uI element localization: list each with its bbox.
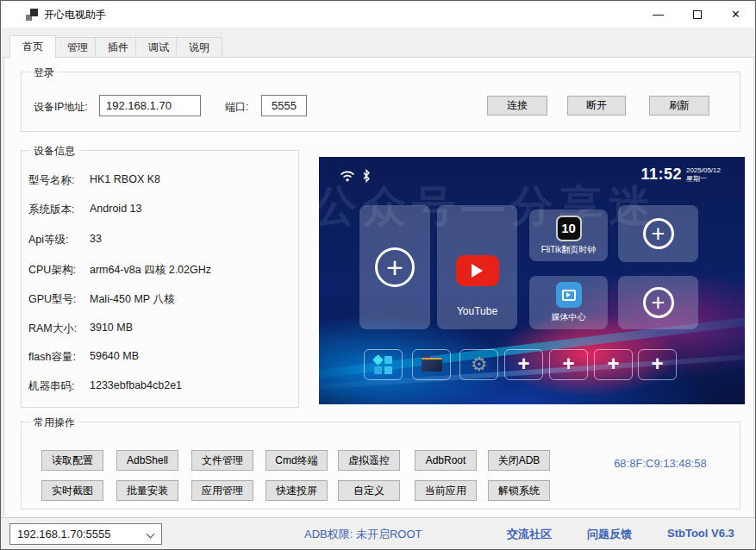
dock-apps-button[interactable] — [364, 349, 403, 380]
live-screenshot-button[interactable]: 实时截图 — [41, 480, 103, 501]
device-info-group-title: 设备信息 — [30, 144, 78, 159]
mac-address: 68:8F:C9:13:48:58 — [596, 457, 725, 470]
tv-screenshot-preview[interactable]: 公众号—分享迷 11:52 2025/05/12 星期一 YouTube — [319, 157, 745, 404]
row-value: 3910 MB — [90, 322, 133, 334]
row-label: 型号名称: — [28, 174, 74, 186]
tv-tile-add-2[interactable] — [618, 205, 698, 262]
tab-plugins[interactable]: 插件 — [95, 37, 141, 57]
row-value: 33 — [90, 233, 102, 245]
maximize-icon — [693, 10, 702, 19]
batch-install-button[interactable]: 批量安装 — [116, 480, 178, 501]
tv-tile-add-1[interactable] — [359, 205, 430, 329]
adb-root-button[interactable]: AdbRoot — [415, 450, 477, 471]
app-logo-icon — [26, 9, 38, 21]
row-label: CPU架构: — [28, 264, 76, 276]
row-value: Android 13 — [90, 203, 141, 215]
current-app-button[interactable]: 当前应用 — [415, 480, 477, 501]
feedback-link[interactable]: 问题反馈 — [587, 527, 632, 542]
dock-settings-button[interactable]: ⚙ — [459, 349, 498, 380]
minimize-icon: — — [653, 8, 664, 21]
close-adb-button[interactable]: 关闭ADB — [488, 450, 550, 471]
tv-tile-flitik-clock[interactable]: 10 FliTik翻页时钟 — [529, 209, 608, 261]
community-link[interactable]: 交流社区 — [507, 527, 552, 542]
minimize-button[interactable]: — — [639, 1, 678, 28]
quick-cast-button[interactable]: 快速投屏 — [266, 480, 328, 501]
custom-button[interactable]: 自定义 — [338, 480, 400, 501]
tab-manage[interactable]: 管理 — [54, 37, 101, 57]
tv-dock-row: ⚙ + + + + — [319, 349, 745, 380]
login-group: 登录 设备IP地址: 192.168.1.70 端口: 5555 连接 断开 刷… — [21, 72, 740, 132]
device-row-os: 系统版本:Android 13 — [28, 203, 287, 218]
plus-icon: + — [607, 353, 619, 374]
close-button[interactable]: ✕ — [716, 1, 755, 28]
adb-shell-button[interactable]: AdbShell — [116, 450, 178, 471]
add-circle-icon — [375, 247, 415, 287]
adb-permission-status: ADB权限: 未开启ROOT — [304, 527, 422, 542]
version-label: StbTool V6.3 — [667, 527, 734, 540]
dock-add-slot-1[interactable]: + — [504, 349, 543, 380]
dock-add-slot-2[interactable]: + — [549, 349, 588, 380]
app-manager-button[interactable]: 应用管理 — [191, 480, 253, 501]
device-row-cpu: CPU架构:arm64-v8a 四核 2.02GHz — [28, 263, 287, 278]
cmd-terminal-button[interactable]: Cmd终端 — [266, 450, 328, 471]
refresh-button[interactable]: 刷新 — [649, 96, 709, 116]
ip-label: 设备IP地址: — [34, 100, 88, 115]
row-value: arm64-v8a 四核 2.02GHz — [90, 263, 211, 278]
device-row-gpu: GPU型号:Mali-450 MP 八核 — [28, 292, 287, 308]
apps-grid-icon — [374, 356, 392, 374]
port-label: 端口: — [225, 100, 248, 115]
maximize-button[interactable] — [678, 1, 716, 28]
dock-files-button[interactable] — [412, 349, 451, 380]
app-window: 开心电视助手 — ✕ 首页 管理 插件 调试 说明 登录 设备IP地址: 192… — [0, 0, 756, 550]
tab-strip: 首页 管理 插件 调试 说明 — [1, 28, 755, 58]
unlock-system-button[interactable]: 解锁系统 — [488, 480, 550, 501]
add-circle-icon — [643, 218, 674, 249]
device-row-ram: RAM大小:3910 MB — [28, 322, 287, 337]
row-label: RAM大小: — [28, 322, 77, 334]
device-select-combo[interactable]: 192.168.1.70:5555 — [9, 523, 162, 545]
wifi-icon — [340, 170, 355, 182]
operations-group: 常用操作 读取配置 AdbShell 文件管理 Cmd终端 虚拟遥控 AdbRo… — [21, 422, 740, 509]
status-bar: 192.168.1.70:5555 ADB权限: 未开启ROOT 交流社区 问题… — [1, 517, 755, 549]
device-row-flash: flash容量:59640 MB — [28, 350, 287, 366]
gear-icon: ⚙ — [471, 355, 488, 374]
operations-group-title: 常用操作 — [30, 416, 78, 430]
disconnect-button[interactable]: 断开 — [567, 96, 626, 116]
tab-help[interactable]: 说明 — [176, 37, 222, 57]
port-input[interactable]: 5555 — [261, 95, 307, 116]
device-row-model: 型号名称:HK1 RBOX K8 — [28, 173, 287, 189]
tv-tile-youtube[interactable]: YouTube — [437, 205, 517, 329]
file-manager-button[interactable]: 文件管理 — [191, 450, 253, 471]
tv-tile-add-3[interactable] — [618, 276, 698, 329]
login-group-title: 登录 — [30, 66, 58, 80]
tile-label: 媒体中心 — [552, 311, 586, 323]
ip-input[interactable]: 192.168.1.70 — [99, 95, 201, 116]
tab-home[interactable]: 首页 — [9, 35, 56, 58]
bluetooth-icon — [362, 169, 371, 183]
connect-button[interactable]: 连接 — [487, 96, 547, 116]
flip-clock-icon: 10 — [556, 216, 582, 241]
tv-tile-media-center[interactable]: 媒体中心 — [529, 276, 608, 329]
row-label: Api等级: — [28, 234, 69, 246]
tv-time: 11:52 — [640, 166, 682, 184]
tab-debug[interactable]: 调试 — [135, 37, 182, 57]
dock-add-slot-3[interactable]: + — [594, 349, 633, 380]
row-label: GPU型号: — [28, 293, 77, 305]
device-info-group: 设备信息 型号名称:HK1 RBOX K8 系统版本:Android 13 Ap… — [21, 150, 299, 408]
row-value: Mali-450 MP 八核 — [90, 292, 174, 307]
plus-icon: + — [562, 353, 574, 374]
virtual-remote-button[interactable]: 虚拟遥控 — [338, 450, 400, 471]
title-bar[interactable]: 开心电视助手 — ✕ — [1, 1, 755, 28]
chevron-down-icon — [147, 530, 155, 539]
youtube-play-icon — [456, 255, 499, 286]
device-row-api: Api等级:33 — [28, 233, 287, 248]
tv-date: 2025/05/12 — [686, 166, 721, 174]
row-label: 机器串码: — [28, 380, 74, 392]
read-config-button[interactable]: 读取配置 — [41, 450, 103, 471]
row-value: 59640 MB — [90, 350, 139, 362]
tv-clock: 11:52 2025/05/12 星期一 — [640, 166, 721, 184]
add-circle-icon — [643, 287, 674, 318]
plus-icon: + — [517, 353, 529, 374]
dock-add-slot-4[interactable]: + — [638, 349, 677, 380]
device-row-serial: 机器串码:1233ebfbab4cb2e1 — [28, 379, 287, 395]
